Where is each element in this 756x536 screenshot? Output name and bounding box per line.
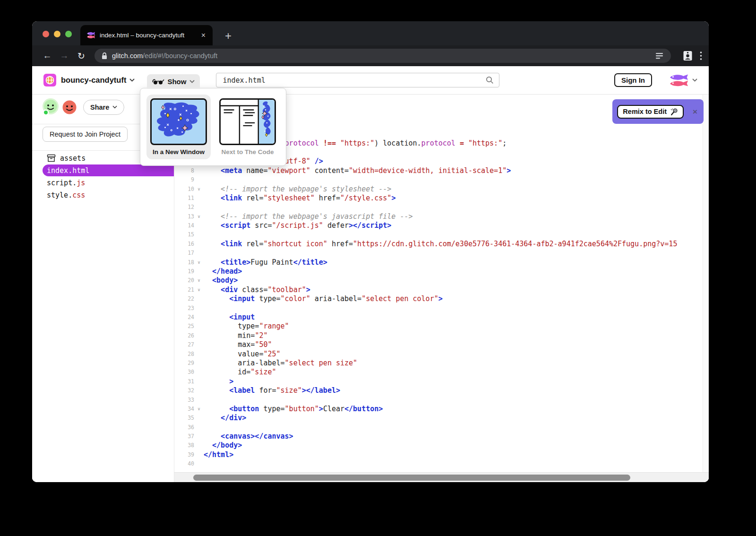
- code-line-19[interactable]: 19 </head>: [174, 267, 703, 276]
- code-line-35[interactable]: 35 </div>: [174, 414, 703, 423]
- share-button[interactable]: Share: [83, 100, 124, 115]
- fold-chevron-icon[interactable]: ∨: [194, 276, 204, 285]
- project-name[interactable]: bouncy-candytuft: [61, 76, 126, 85]
- code-line-18[interactable]: 18∨ <title>Fugu Paint</title>: [174, 258, 703, 267]
- code-line-22[interactable]: 22 <input type="color" aria-label="selec…: [174, 294, 703, 303]
- code-line-32[interactable]: 32 <label for="size"></label>: [174, 386, 703, 395]
- code-line-34[interactable]: 34∨ <button type="button">Clear</button>: [174, 405, 703, 414]
- code-line-23[interactable]: 23: [174, 304, 703, 313]
- line-number: 24: [174, 313, 194, 322]
- code-line-10[interactable]: 10∨ <!-- import the webpage's stylesheet…: [174, 185, 703, 194]
- menu-item-next-to-the-code[interactable]: Next to The Code: [215, 95, 280, 159]
- code-line-9[interactable]: 9: [174, 175, 703, 184]
- sidebar-item-script-js[interactable]: script.js: [32, 177, 174, 189]
- file-extension: js: [77, 179, 85, 187]
- request-to-join-button[interactable]: Request to Join Project: [43, 127, 128, 142]
- code-line-37[interactable]: 37 <canvas></canvas>: [174, 432, 703, 441]
- vertical-scrollbar-track[interactable]: [703, 95, 709, 473]
- sidebar-item-index-html-selected[interactable]: index.html: [43, 164, 174, 176]
- code-line-27[interactable]: 27 max="50": [174, 340, 703, 349]
- code-line-8[interactable]: 8 <meta name="viewport" content="width=d…: [174, 166, 703, 175]
- show-button[interactable]: Show: [147, 74, 200, 89]
- code-line-15[interactable]: 15: [174, 230, 703, 239]
- code-line-13[interactable]: 13∨ <!-- import the webpage's javascript…: [174, 212, 703, 221]
- code-line-33[interactable]: 33: [174, 396, 703, 405]
- green-collaborator-avatar[interactable]: [42, 98, 60, 116]
- sidebar-item-style-css[interactable]: style.css: [32, 189, 174, 201]
- reload-button[interactable]: ↻: [73, 51, 90, 61]
- code-text: [204, 423, 703, 432]
- line-number: 28: [174, 350, 194, 359]
- code-line-40[interactable]: 40: [174, 459, 703, 468]
- fold-spacer: [194, 441, 204, 450]
- fold-chevron-icon[interactable]: ∨: [194, 405, 204, 414]
- workspace: Share Request to Join Project: [32, 95, 709, 482]
- new-tab-button[interactable]: +: [225, 30, 232, 42]
- fold-spacer: [194, 203, 204, 212]
- code-line-21[interactable]: 21∨ <div class="toolbar">: [174, 285, 703, 294]
- banner-close-icon[interactable]: ×: [693, 108, 697, 116]
- code-line-39[interactable]: 39</html>: [174, 450, 703, 459]
- code-text: <title>Fugu Paint</title>: [204, 258, 703, 267]
- code-text: value="25": [204, 350, 703, 359]
- fold-spacer: [194, 294, 204, 303]
- line-number: 33: [174, 396, 194, 405]
- fold-spacer: [194, 166, 204, 175]
- code-line-29[interactable]: 29 aria-label="select pen size": [174, 359, 703, 368]
- code-line-28[interactable]: 28 value="25": [174, 350, 703, 359]
- code-text: id="size": [204, 368, 703, 377]
- fold-chevron-icon[interactable]: ∨: [194, 185, 204, 194]
- code-line-20[interactable]: 20∨ <body>: [174, 276, 703, 285]
- menu-item-in-a-new-window[interactable]: In a New Window: [146, 95, 211, 159]
- code-line-24[interactable]: 24 <input: [174, 313, 703, 322]
- remix-banner: Remix to Edit ×: [612, 99, 704, 124]
- fold-spacer: [194, 377, 204, 386]
- share-chevron-down-icon: [112, 105, 117, 109]
- sign-in-button[interactable]: Sign In: [614, 73, 652, 87]
- address-bar[interactable]: glitch.com/edit/#!/bouncy-candytuft: [94, 49, 671, 63]
- code-line-12[interactable]: 12: [174, 203, 703, 212]
- fold-spacer: [194, 368, 204, 377]
- code-line-30[interactable]: 30 id="size": [174, 368, 703, 377]
- code-text: [204, 249, 703, 258]
- code-line-36[interactable]: 36: [174, 423, 703, 432]
- file-search-box[interactable]: [216, 73, 499, 87]
- project-chevron-down-icon[interactable]: [129, 78, 135, 82]
- line-number: 30: [174, 368, 194, 377]
- tab-title: index.html – bouncy-candytuft: [100, 32, 200, 39]
- line-number: 11: [174, 194, 194, 203]
- maximize-window-button[interactable]: [65, 31, 72, 37]
- red-collaborator-avatar[interactable]: [61, 99, 77, 115]
- fold-chevron-icon[interactable]: ∨: [194, 285, 204, 294]
- code-text: <canvas></canvas>: [204, 432, 703, 441]
- browser-tab[interactable]: index.html – bouncy-candytuft ×: [80, 25, 213, 45]
- file-search-input[interactable]: [222, 76, 486, 85]
- close-window-button[interactable]: [43, 31, 49, 37]
- user-avatar[interactable]: [668, 73, 697, 87]
- split-view-preview-image: [219, 98, 276, 145]
- code-line-14[interactable]: 14 <script src="/script.js" defer></scri…: [174, 221, 703, 230]
- fold-spacer: [194, 350, 204, 359]
- code-line-16[interactable]: 16 <link rel="shortcut icon" href="https…: [174, 240, 703, 249]
- code-line-17[interactable]: 17: [174, 249, 703, 258]
- fold-chevron-icon[interactable]: ∨: [194, 212, 204, 221]
- remix-to-edit-button[interactable]: Remix to Edit: [617, 105, 684, 119]
- file-label: index.html: [47, 166, 89, 175]
- tab-close-icon[interactable]: ×: [200, 31, 207, 40]
- fold-chevron-icon[interactable]: ∨: [194, 258, 204, 267]
- file-extension: css: [72, 191, 85, 199]
- back-button[interactable]: ←: [39, 51, 56, 61]
- code-line-26[interactable]: 26 min="2": [174, 331, 703, 340]
- browser-menu-icon[interactable]: [700, 51, 702, 61]
- reading-list-icon[interactable]: [656, 52, 664, 60]
- minimize-window-button[interactable]: [54, 31, 60, 37]
- code-line-31[interactable]: 31 >: [174, 377, 703, 386]
- project-logo-icon[interactable]: [43, 74, 56, 86]
- code-line-38[interactable]: 38 </body>: [174, 441, 703, 450]
- code-line-11[interactable]: 11 <link rel="stylesheet" href="/style.c…: [174, 194, 703, 203]
- code-line-25[interactable]: 25 type="range": [174, 322, 703, 331]
- line-number: 29: [174, 359, 194, 368]
- forward-button[interactable]: →: [56, 51, 73, 61]
- profile-badge-icon[interactable]: [683, 51, 692, 61]
- horizontal-scrollbar-thumb[interactable]: [193, 475, 630, 481]
